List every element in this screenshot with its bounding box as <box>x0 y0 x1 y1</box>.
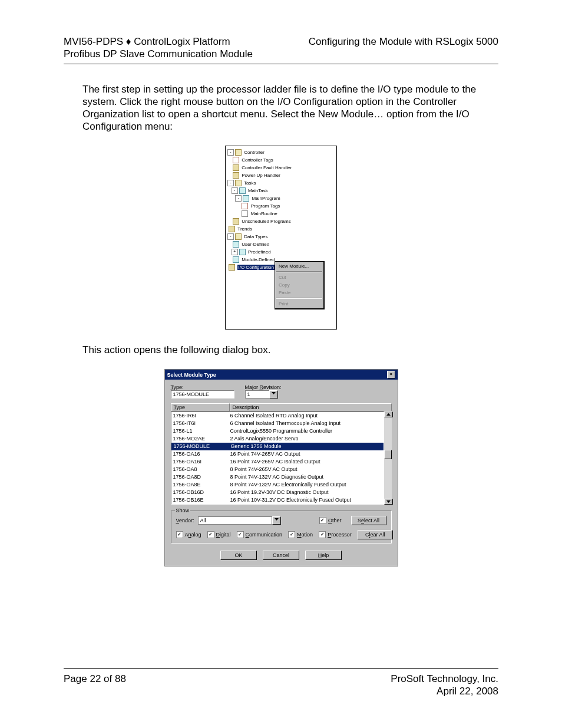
company-name: ProSoft Technology, Inc. <box>391 673 498 685</box>
col-type[interactable]: Type <box>171 403 230 411</box>
list-header: Type Description <box>171 403 392 411</box>
tree-controller-tags: Controller Tags <box>242 157 273 163</box>
col-description[interactable]: Description <box>230 403 392 411</box>
show-group: Show Vendor: All Other Select All Analog <box>171 510 392 543</box>
tree-unscheduled: Unscheduled Programs <box>242 219 291 224</box>
select-all-button[interactable]: Select All <box>351 516 386 525</box>
tree-io-config[interactable]: I/O Configuration <box>237 265 274 270</box>
tree-trends: Trends <box>237 226 252 232</box>
scrollbar[interactable] <box>384 411 392 505</box>
tree-predefined: Predefined <box>248 249 271 255</box>
table-row[interactable]: 1756-OA1616 Point 74V-265V AC Output <box>171 450 384 458</box>
svg-marker-0 <box>272 392 276 394</box>
show-group-title: Show <box>175 508 191 513</box>
tree-mainroutine: MainRoutine <box>251 211 277 216</box>
page-header: MVI56-PDPS ♦ ControlLogix Platform Profi… <box>64 35 498 60</box>
menu-print: Print <box>276 300 323 308</box>
page-number: Page 22 of 88 <box>64 673 126 685</box>
type-input[interactable]: 1756-MODULE <box>171 390 234 398</box>
intro-paragraph: The first step in setting up the process… <box>82 83 498 133</box>
table-row[interactable]: 1756-OA88 Point 74V-265V AC Output <box>171 466 384 473</box>
tree-datatypes: Data Types <box>244 234 267 239</box>
major-rev-value[interactable]: 1 <box>245 390 269 398</box>
dialog-title: Select Module Type <box>167 372 216 378</box>
menu-copy: Copy <box>276 281 323 289</box>
tree-mainprogram: MainProgram <box>252 196 280 201</box>
footer-rule <box>64 668 498 669</box>
tree-maintask: MainTask <box>248 188 268 193</box>
scroll-thumb[interactable] <box>384 450 392 459</box>
menu-new-module[interactable]: New Module... <box>276 262 323 270</box>
help-button[interactable]: Help <box>305 551 342 560</box>
svg-marker-3 <box>275 518 279 521</box>
clear-all-button[interactable]: Clear All <box>358 530 393 539</box>
tree-controller: Controller <box>244 150 265 155</box>
table-row[interactable]: 1756-MO2AE2 Axis Analog/Encoder Servo <box>171 435 384 443</box>
scroll-down-icon[interactable] <box>384 499 393 505</box>
cancel-button[interactable]: Cancel <box>263 551 299 560</box>
para-2: This action opens the following dialog b… <box>82 344 498 356</box>
tree-powerup: Power-Up Handler <box>242 173 280 178</box>
close-icon[interactable]: × <box>387 371 395 378</box>
svg-marker-1 <box>386 413 391 416</box>
header-left-2: Profibus DP Slave Communication Module <box>64 48 253 60</box>
tree-tasks: Tasks <box>244 180 256 186</box>
table-row[interactable]: 1756-OA8E8 Point 74V-132V AC Electronica… <box>171 481 384 489</box>
table-row[interactable]: 1756-OA16I16 Point 74V-265V AC Isolated … <box>171 458 384 466</box>
tree-userdefined: User-Defined <box>242 242 269 247</box>
table-row[interactable]: 1756-MODULEGeneric 1756 Module <box>171 443 384 450</box>
controller-tree-figure: - Controller Controller Tags Controller … <box>225 146 337 330</box>
scroll-up-icon[interactable] <box>384 411 393 417</box>
tree-fault-handler: Controller Fault Handler <box>242 165 292 170</box>
analog-checkbox[interactable]: Analog <box>176 531 201 538</box>
header-rule <box>64 64 498 64</box>
table-row[interactable]: 1756-L1ControlLogix5550 Programmable Con… <box>171 427 384 435</box>
vendor-label: Vendor: <box>176 518 194 523</box>
processor-checkbox[interactable]: Processor <box>319 531 352 538</box>
chevron-down-icon[interactable] <box>269 390 278 398</box>
tree-moduledefined: Module-Defined <box>242 257 275 262</box>
table-row[interactable]: 1756-OB16D16 Point 19.2V-30V DC Diagnost… <box>171 489 384 496</box>
vendor-value[interactable]: All <box>198 516 272 525</box>
other-checkbox[interactable]: Other <box>319 517 342 524</box>
communication-checkbox[interactable]: Communication <box>237 531 283 538</box>
table-row[interactable]: 1756-IR6I6 Channel Isolated RTD Analog I… <box>171 412 384 420</box>
table-row[interactable]: 1756-OA8D8 Point 74V-132V AC Diagnostic … <box>171 473 384 481</box>
motion-checkbox[interactable]: Motion <box>288 531 313 538</box>
svg-marker-2 <box>386 500 391 503</box>
header-left-1: MVI56-PDPS ♦ ControlLogix Platform <box>64 35 253 48</box>
footer-date: April 22, 2008 <box>437 685 498 697</box>
menu-cut: Cut <box>276 274 323 281</box>
chevron-down-icon[interactable] <box>272 516 281 525</box>
ok-button[interactable]: OK <box>220 551 257 560</box>
major-rev-label: Major Revision: <box>245 384 282 390</box>
header-right: Configuring the Module with RSLogix 5000 <box>309 35 498 60</box>
tree-program-tags: Program Tags <box>251 203 280 209</box>
select-module-dialog: Select Module Type × Type: 1756-MODULE M… <box>164 369 398 566</box>
context-menu: New Module... Cut Copy Paste Print <box>275 261 325 309</box>
menu-paste: Paste <box>276 289 323 297</box>
table-row[interactable]: 1756-OB16E16 Point 10V-31.2V DC Electron… <box>171 496 384 504</box>
table-row[interactable]: 1756-IT6I6 Channel Isolated Thermocouple… <box>171 420 384 427</box>
digital-checkbox[interactable]: Digital <box>207 531 231 538</box>
module-list[interactable]: 1756-IR6I6 Channel Isolated RTD Analog I… <box>171 411 384 505</box>
